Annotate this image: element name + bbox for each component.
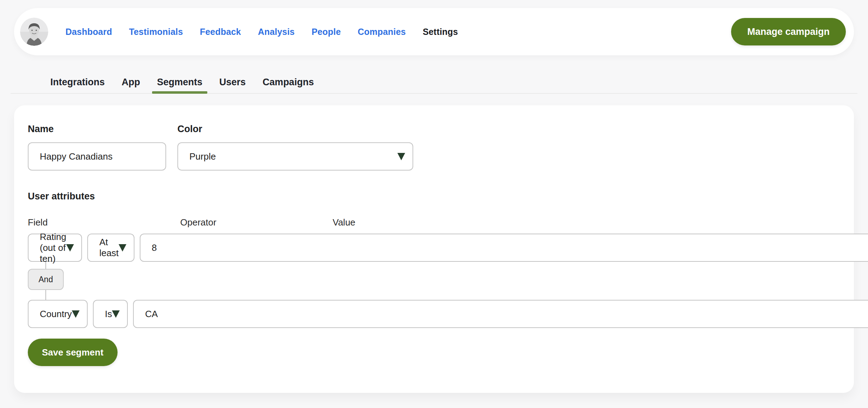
nav-companies[interactable]: Companies [358, 27, 406, 37]
tab-integrations[interactable]: Integrations [45, 71, 110, 93]
user-photo-icon [20, 18, 48, 46]
operator-column-label: Operator [180, 217, 327, 228]
condition-row-1: Rating (out of ten) At least [28, 234, 840, 262]
condition-connector: And [28, 262, 64, 300]
tab-label: Integrations [50, 77, 105, 88]
tab-app[interactable]: App [117, 71, 145, 93]
dropdown-arrow-icon [119, 244, 126, 252]
avatar[interactable] [20, 18, 48, 46]
tab-label: Campaigns [263, 77, 314, 88]
nav-analysis[interactable]: Analysis [258, 27, 295, 37]
nav-feedback[interactable]: Feedback [200, 27, 241, 37]
field-select-row1[interactable]: Rating (out of ten) [28, 234, 82, 262]
field-column-label: Field [28, 217, 175, 228]
value-input-row2[interactable] [133, 300, 868, 328]
connector-line-bottom [45, 290, 46, 300]
color-select[interactable]: Purple [177, 142, 413, 171]
dropdown-arrow-icon [66, 244, 74, 252]
nav-settings[interactable]: Settings [423, 27, 458, 37]
nav-dashboard[interactable]: Dashboard [65, 27, 112, 37]
tab-segments[interactable]: Segments [152, 71, 207, 93]
tab-label: Segments [157, 77, 202, 88]
field-select-value: Country [40, 309, 72, 320]
segment-name-input[interactable] [28, 142, 166, 171]
field-select-row2[interactable]: Country [28, 300, 88, 328]
color-label: Color [177, 124, 413, 134]
operator-select-row2[interactable]: Is [93, 300, 128, 328]
operator-select-value: Is [105, 309, 112, 320]
save-segment-button[interactable]: Save segment [28, 339, 118, 366]
segment-editor-card: Name Color Purple User attributes Field … [14, 105, 854, 393]
name-label: Name [28, 124, 166, 134]
tab-label: App [122, 77, 140, 88]
color-field-group: Color Purple [177, 124, 413, 171]
dropdown-arrow-icon [72, 310, 80, 318]
top-navigation-bar: Dashboard Testimonials Feedback Analysis… [14, 8, 854, 55]
field-select-value: Rating (out of ten) [40, 231, 66, 264]
connector-line-top [45, 262, 46, 269]
name-color-row: Name Color Purple [28, 124, 840, 171]
dropdown-arrow-icon [112, 310, 120, 318]
nav-people[interactable]: People [312, 27, 341, 37]
name-field-group: Name [28, 124, 166, 171]
color-select-value: Purple [189, 151, 216, 162]
active-tab-underline [152, 91, 207, 94]
manage-campaign-button[interactable]: Manage campaign [731, 18, 846, 45]
value-column-label: Value [333, 217, 476, 228]
tab-label: Users [219, 77, 246, 88]
user-attributes-heading: User attributes [28, 191, 840, 202]
tab-campaigns[interactable]: Campaigns [258, 71, 319, 93]
operator-select-value: At least [99, 237, 119, 259]
condition-row-2: Country Is And Or ✕ [28, 300, 840, 328]
dropdown-arrow-icon [397, 153, 405, 160]
primary-nav: Dashboard Testimonials Feedback Analysis… [65, 27, 458, 37]
nav-testimonials[interactable]: Testimonials [129, 27, 183, 37]
condition-column-labels: Field Operator Value [28, 217, 840, 228]
value-input-row1[interactable] [140, 234, 868, 262]
settings-tabs: Integrations App Segments Users Campaign… [11, 55, 857, 94]
tab-users[interactable]: Users [214, 71, 251, 93]
connector-and-chip[interactable]: And [28, 269, 64, 290]
operator-select-row1[interactable]: At least [87, 234, 134, 262]
